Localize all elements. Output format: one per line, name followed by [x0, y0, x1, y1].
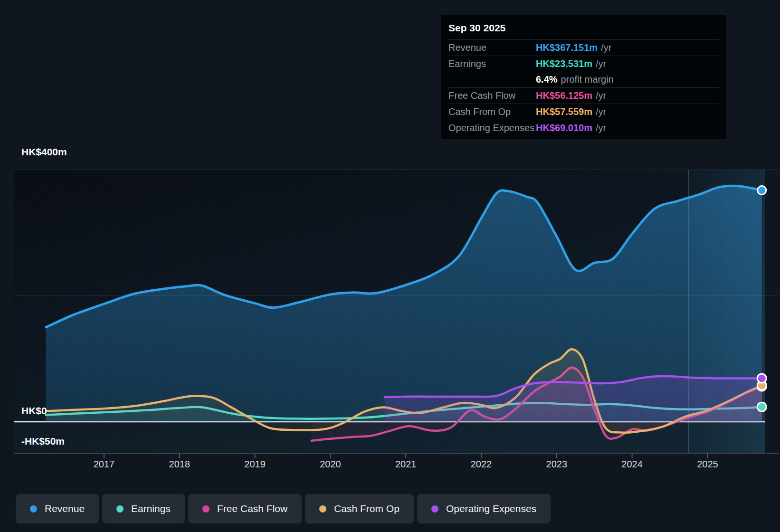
tooltip-row-free_cash_flow: Free Cash FlowHK$56.125m/yr	[448, 88, 719, 104]
tooltip-row-revenue: RevenueHK$367.151m/yr	[448, 40, 719, 56]
tooltip-value: HK$56.125m	[536, 90, 592, 101]
revenue-legend-dot-icon	[30, 505, 37, 513]
legend-label: Free Cash Flow	[217, 503, 287, 514]
chart-tooltip: Sep 30 2025 RevenueHK$367.151m/yrEarning…	[441, 15, 726, 139]
legend-label: Cash From Op	[334, 503, 400, 514]
operating_expenses-legend-dot-icon	[431, 505, 438, 513]
x-axis-label-2024: 2024	[621, 459, 643, 470]
tooltip-unit: profit margin	[561, 74, 614, 85]
earnings-legend-dot-icon	[116, 505, 124, 513]
legend-label: Earnings	[131, 503, 171, 514]
tooltip-row-operating_expenses: Operating ExpensesHK$69.010m/yr	[448, 120, 719, 136]
tooltip-label: Earnings	[448, 58, 536, 69]
tooltip-row-earnings: EarningsHK$23.531m/yr	[448, 56, 719, 72]
tooltip-label: Cash From Op	[448, 106, 536, 117]
tooltip-value: HK$69.010m	[536, 123, 592, 133]
tooltip-unit: /yr	[596, 106, 606, 117]
tooltip-row-cash_from_op: Cash From OpHK$57.559m/yr	[448, 104, 719, 120]
tooltip-unit: /yr	[601, 42, 611, 53]
earnings-current-marker	[757, 402, 766, 411]
x-axis-label-2022: 2022	[471, 459, 492, 470]
x-axis-label-2020: 2020	[320, 459, 341, 470]
tooltip-value: HK$57.559m	[536, 106, 592, 117]
cash_from_op-legend-dot-icon	[319, 505, 326, 513]
tooltip-value: HK$23.531m	[536, 58, 592, 69]
x-axis-label-2021: 2021	[395, 459, 417, 470]
tooltip-date: Sep 30 2025	[448, 19, 719, 40]
x-axis-label-2018: 2018	[169, 459, 190, 470]
x-axis-label-2017: 2017	[94, 459, 115, 470]
tooltip-unit: /yr	[596, 90, 606, 101]
legend-item-free_cash_flow[interactable]: Free Cash Flow	[188, 494, 302, 523]
legend-label: Operating Expenses	[446, 503, 536, 514]
chart-legend: RevenueEarningsFree Cash FlowCash From O…	[16, 494, 551, 523]
legend-item-earnings[interactable]: Earnings	[102, 494, 185, 523]
free_cash_flow-legend-dot-icon	[202, 505, 209, 513]
tooltip-value: 6.4%	[536, 74, 558, 85]
tooltip-unit: /yr	[596, 58, 606, 69]
financial-history-chart: HK$400mHK$0-HK$50m 201720182019202020212…	[0, 0, 780, 532]
operating_expenses-current-marker	[757, 374, 766, 383]
legend-label: Revenue	[45, 503, 85, 514]
x-axis-label-2019: 2019	[244, 459, 266, 470]
y-axis-label: HK$0	[21, 405, 47, 417]
legend-item-operating_expenses[interactable]: Operating Expenses	[417, 494, 551, 523]
tooltip-label: Free Cash Flow	[448, 90, 536, 101]
tooltip-row-profit_margin: 6.4%profit margin	[448, 72, 719, 88]
tooltip-label: Operating Expenses	[448, 123, 536, 133]
x-axis-label-2025: 2025	[697, 459, 718, 470]
tooltip-label: Revenue	[448, 42, 536, 53]
tooltip-value: HK$367.151m	[536, 42, 598, 53]
revenue-current-marker	[758, 186, 766, 195]
legend-item-revenue[interactable]: Revenue	[16, 494, 99, 523]
x-axis-label-2023: 2023	[546, 459, 568, 470]
y-axis-label: -HK$50m	[21, 436, 65, 447]
y-axis-label: HK$400m	[21, 146, 67, 158]
tooltip-unit: /yr	[596, 123, 606, 133]
legend-item-cash_from_op[interactable]: Cash From Op	[305, 494, 414, 523]
